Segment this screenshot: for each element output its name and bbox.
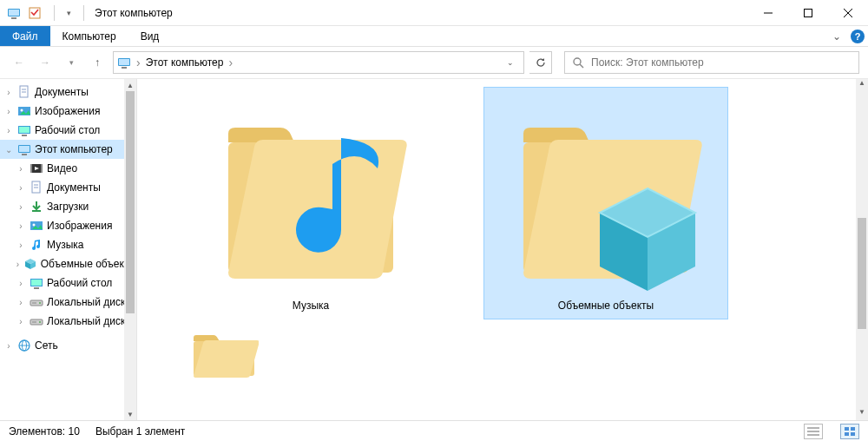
folder-icon [189, 327, 259, 379]
network-icon [17, 339, 31, 352]
tree-node[interactable]: ›Объемные объекты [0, 254, 136, 273]
back-button[interactable]: ← [9, 52, 30, 73]
svg-line-12 [580, 64, 583, 68]
tree-node[interactable]: ›Загрузки [0, 197, 136, 216]
document-icon [17, 85, 31, 99]
svg-point-17 [21, 109, 23, 112]
music-icon [30, 238, 43, 252]
scroll-up-button[interactable]: ▲ [856, 79, 868, 91]
tree-node-label: Этот компьютер [35, 143, 113, 155]
ribbon-expand-button[interactable]: ⌄ [826, 26, 847, 46]
tab-computer[interactable]: Компьютер [50, 26, 128, 46]
tree-node[interactable]: ›Рабочий стол [0, 121, 136, 140]
refresh-button[interactable] [529, 51, 552, 74]
qat-properties-icon[interactable] [28, 6, 42, 20]
folder-item-3d-objects[interactable]: Объемные объекты [484, 88, 727, 319]
up-button[interactable]: ↑ [87, 52, 108, 73]
tree-node-label: Рабочий стол [47, 277, 112, 289]
svg-rect-25 [30, 164, 32, 173]
tree-node-network[interactable]: › Сеть [0, 336, 136, 355]
svg-rect-10 [122, 67, 127, 69]
tree-node-label: Музыка [47, 239, 83, 251]
recent-locations-button[interactable]: ▾ [61, 52, 82, 73]
drive-icon [30, 295, 43, 309]
chevron-right-icon[interactable] [228, 56, 233, 69]
music-folder-icon [211, 95, 411, 294]
address-history-button[interactable]: ⌄ [501, 53, 520, 72]
chevron-right-icon[interactable] [136, 56, 141, 69]
svg-rect-26 [41, 164, 43, 173]
chevron-right-icon[interactable]: › [16, 202, 26, 212]
breadcrumb[interactable]: Этот компьютер [146, 56, 224, 69]
svg-rect-42 [32, 302, 36, 304]
tree-node[interactable]: ›Рабочий стол [0, 273, 136, 293]
tree-node-label: Изображения [47, 220, 112, 232]
address-bar[interactable]: Этот компьютер ⌄ [113, 51, 524, 74]
folder-item-music[interactable]: Музыка [189, 88, 432, 319]
tree-scrollbar[interactable]: ▲ ▼ [124, 79, 136, 420]
maximize-button[interactable] [788, 0, 828, 26]
tree-node[interactable]: ›Изображения [0, 216, 136, 235]
help-icon: ? [851, 30, 865, 43]
tree-node-label: Изображения [35, 105, 100, 117]
large-icons-view-button[interactable] [840, 424, 859, 439]
chevron-right-icon[interactable]: › [3, 107, 14, 116]
scrollbar-thumb[interactable] [126, 91, 135, 313]
tree-node-this-pc[interactable]: ⌄ Этот компьютер [0, 140, 136, 159]
svg-rect-61 [845, 432, 849, 436]
chevron-right-icon[interactable]: › [16, 279, 26, 288]
forward-button[interactable]: → [35, 52, 56, 73]
svg-rect-62 [851, 432, 855, 436]
tree-node[interactable]: ›Документы [0, 178, 136, 197]
content-scrollbar[interactable]: ▲ ▼ [856, 79, 868, 420]
folder-item-label: Музыка [293, 299, 329, 312]
chevron-right-icon[interactable]: › [3, 126, 14, 135]
tree-node[interactable]: ›Изображения [0, 102, 136, 121]
chevron-right-icon[interactable]: › [16, 298, 26, 307]
minimize-button[interactable] [748, 0, 788, 26]
tree-node-label: Документы [35, 86, 89, 98]
svg-rect-60 [851, 427, 855, 431]
partial-folder-item[interactable] [137, 327, 868, 379]
chevron-down-icon[interactable]: ⌄ [3, 145, 14, 155]
scrollbar-thumb[interactable] [858, 218, 866, 329]
tree-node[interactable]: ›Локальный диск [0, 293, 136, 312]
monitor-icon [17, 142, 31, 156]
tree-node-label: Рабочий стол [35, 124, 100, 136]
help-button[interactable]: ? [847, 26, 868, 46]
scroll-down-button[interactable]: ▼ [856, 408, 868, 420]
chevron-right-icon[interactable]: › [3, 88, 14, 97]
video-icon [30, 161, 43, 175]
close-button[interactable] [828, 0, 868, 26]
scroll-up-button[interactable]: ▲ [124, 79, 136, 91]
search-box[interactable] [564, 51, 859, 74]
tree-node[interactable]: ›Документы [0, 82, 136, 102]
chevron-right-icon[interactable]: › [16, 260, 20, 269]
svg-rect-59 [845, 427, 849, 431]
chevron-right-icon[interactable]: › [16, 221, 26, 231]
chevron-right-icon[interactable]: › [16, 183, 26, 193]
cube-icon [23, 257, 37, 271]
desktop-icon [17, 123, 31, 137]
search-input[interactable] [591, 56, 852, 69]
tree-node[interactable]: ›Музыка [0, 235, 136, 254]
details-view-button[interactable] [804, 424, 823, 439]
tree-node[interactable]: ›Локальный диск [0, 312, 136, 331]
svg-point-44 [39, 321, 41, 323]
content-pane[interactable]: Музыка Объемн [137, 79, 868, 420]
chevron-right-icon[interactable]: › [16, 317, 26, 326]
file-tab[interactable]: Файл [0, 26, 50, 46]
tree-node-label: Сеть [35, 339, 58, 352]
app-icon [7, 6, 21, 20]
window-title: Этот компьютер [95, 7, 173, 19]
tab-view[interactable]: Вид [128, 26, 172, 46]
chevron-right-icon[interactable]: › [16, 164, 26, 174]
scroll-down-button[interactable]: ▼ [124, 408, 136, 420]
chevron-right-icon[interactable]: › [3, 341, 14, 351]
chevron-right-icon[interactable]: › [16, 240, 26, 250]
qat-dropdown-icon[interactable]: ▾ [67, 9, 71, 17]
picture-icon [17, 104, 31, 118]
desktop-icon [30, 276, 43, 290]
address-monitor-icon [117, 56, 131, 69]
tree-node[interactable]: ›Видео [0, 159, 136, 178]
